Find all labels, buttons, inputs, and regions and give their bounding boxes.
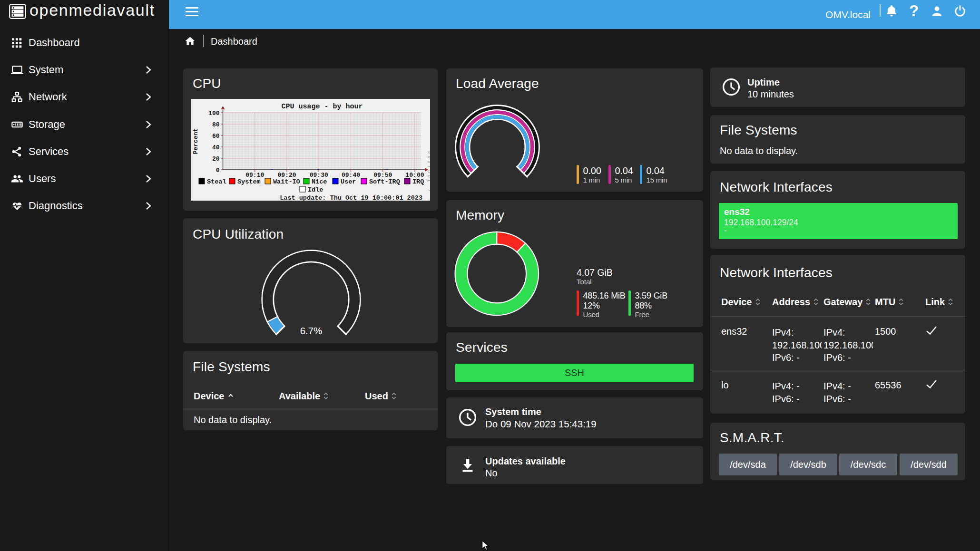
svg-text:09:30: 09:30 bbox=[310, 172, 328, 179]
svg-text:Idle: Idle bbox=[308, 186, 323, 193]
svg-text:0: 0 bbox=[216, 167, 220, 174]
svg-text:09:40: 09:40 bbox=[342, 172, 360, 179]
svg-text:100: 100 bbox=[208, 110, 220, 117]
svg-text:40: 40 bbox=[212, 144, 220, 151]
svg-text:Percent: Percent bbox=[192, 128, 199, 155]
svg-text:User: User bbox=[341, 178, 356, 185]
svg-text:Wait-IO: Wait-IO bbox=[273, 178, 300, 185]
svg-text:09:50: 09:50 bbox=[373, 172, 392, 179]
svg-text:09:20: 09:20 bbox=[277, 172, 296, 179]
svg-text:80: 80 bbox=[212, 121, 220, 128]
svg-text:10:00: 10:00 bbox=[405, 172, 424, 179]
svg-text:RRDTOOL / TOBI OETIKER: RRDTOOL / TOBI OETIKER bbox=[426, 151, 431, 201]
svg-text:Last update: Thu Oct 19 10:00:: Last update: Thu Oct 19 10:00:01 2023 bbox=[280, 194, 422, 201]
svg-text:Steal: Steal bbox=[207, 178, 226, 185]
svg-text:20: 20 bbox=[212, 155, 220, 163]
svg-text:System: System bbox=[237, 178, 261, 185]
svg-text:IRQ: IRQ bbox=[412, 178, 424, 185]
svg-text:09:10: 09:10 bbox=[245, 172, 264, 179]
svg-text:CPU usage - by hour: CPU usage - by hour bbox=[281, 103, 363, 111]
svg-text:Nice: Nice bbox=[312, 178, 327, 185]
svg-text:Soft-IRQ: Soft-IRQ bbox=[369, 178, 400, 185]
svg-text:60: 60 bbox=[212, 133, 220, 140]
